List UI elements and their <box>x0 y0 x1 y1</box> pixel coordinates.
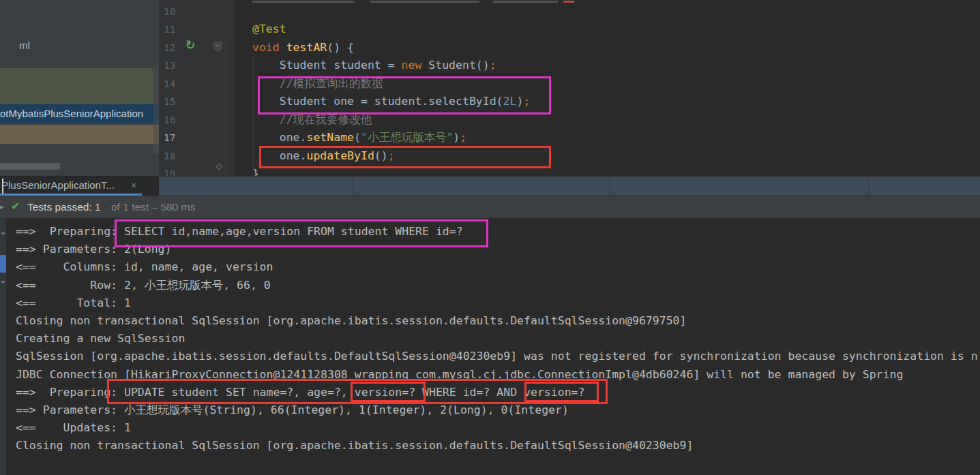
console-line: Closing non transactional SqlSession [or… <box>16 312 980 330</box>
code-editor[interactable]: 10111213141516171819 ↻ − @Testvoid testA… <box>159 0 980 176</box>
line-number: 14 <box>159 75 235 93</box>
code-line: void testAR() { <box>235 39 980 57</box>
code-token: ( <box>354 131 361 144</box>
line-number: 10 <box>159 3 235 20</box>
band-separator <box>868 177 869 196</box>
code-token: ) <box>516 95 523 108</box>
tree-horizontal-scrollbar[interactable] <box>0 163 60 170</box>
clipped-code-fragment <box>252 1 355 3</box>
code-token: Student() <box>421 59 489 72</box>
code-token: testAR <box>286 41 327 54</box>
code-token: @Test <box>252 22 286 35</box>
line-number: 17 <box>159 129 235 147</box>
code-line: one.updateById(); <box>235 147 980 165</box>
run-test-gutter-icon[interactable]: ↻ <box>182 37 198 53</box>
code-token: () <box>374 149 388 162</box>
tests-passed-detail: of 1 test – 580 ms <box>111 201 195 213</box>
line-number: 16 <box>159 111 235 129</box>
console-line: ==> Preparing: SELECT id,name,age,versio… <box>16 223 980 241</box>
console-line: Creating a new SqlSession <box>16 330 980 348</box>
clipped-code-fragment <box>493 1 558 3</box>
gutter-fold-line <box>225 38 226 176</box>
code-token: ; <box>490 59 496 72</box>
test-status-bar: ▸ ✔ Tests passed: 1 of 1 test – 580 ms <box>0 196 980 218</box>
code-token: ; <box>460 131 466 144</box>
editor-code-area[interactable]: @Testvoid testAR() { Student student = n… <box>235 0 980 176</box>
code-token: one. <box>252 131 306 144</box>
console-line: <== Total: 1 <box>16 294 980 312</box>
tree-item-partial[interactable]: ml <box>19 40 30 51</box>
code-line: //模拟查询出的数据 <box>235 75 980 93</box>
code-token: void <box>252 41 286 54</box>
line-number: 15 <box>159 93 235 110</box>
code-token: new <box>402 59 422 72</box>
code-line: //现在我要修改他 <box>235 111 980 129</box>
code-token: "小王想玩版本号" <box>361 131 453 144</box>
console-line: ==> Parameters: 2(Long) <box>16 241 980 258</box>
code-token: updateById <box>306 149 374 162</box>
editor-gutter: 10111213141516171819 <box>159 0 235 176</box>
chevron-icon[interactable]: ▸ <box>0 202 4 211</box>
console-line: JDBC Connection [HikariProxyConnection@1… <box>16 366 980 384</box>
code-token: one. <box>252 149 306 162</box>
run-tab[interactable]: PlusSeniorApplicationT... × <box>0 177 159 196</box>
indent-guide-line <box>253 57 254 170</box>
code-line <box>235 3 980 20</box>
tests-passed-label: Tests passed: 1 <box>27 201 101 213</box>
tree-vertical-scrollbar[interactable] <box>153 65 159 154</box>
run-toolwindow-tab-bar: PlusSeniorApplicationT... × <box>0 176 980 196</box>
test-passed-check-icon: ✔ <box>11 200 20 213</box>
code-token: ; <box>388 149 395 162</box>
console-line: ==> Preparing: UPDATE student SET name=?… <box>16 384 980 401</box>
console-line: <== Columns: id, name, age, version <box>16 258 980 276</box>
clipped-code-fragment-red <box>563 1 574 3</box>
line-number: 19 <box>159 165 235 176</box>
run-console[interactable]: ==> Preparing: SELECT id,name,age,versio… <box>0 218 980 475</box>
project-tree-panel: ml otMybatisPlusSeniorApplication <box>0 0 159 176</box>
code-token: setName <box>306 131 354 144</box>
run-tab-label[interactable]: PlusSeniorApplicationT... <box>1 177 115 194</box>
code-line: Student one = student.selectById(2L); <box>235 93 980 110</box>
console-line: Closing non transactional SqlSession [or… <box>16 437 980 455</box>
code-line: } <box>235 165 980 176</box>
line-number: 13 <box>159 57 235 74</box>
console-log-lines: ==> Preparing: SELECT id,name,age,versio… <box>0 218 980 455</box>
code-line: Student student = new Student(); <box>235 57 980 74</box>
code-token: Student student = <box>252 59 402 72</box>
code-token: //现在我要修改他 <box>252 113 372 126</box>
console-line: <== Row: 2, 小王想玩版本号, 66, 0 <box>16 277 980 294</box>
band-separator <box>353 177 353 196</box>
code-line: one.setName("小王想玩版本号"); <box>235 129 980 147</box>
console-line: ==> Parameters: 小王想玩版本号(String), 66(Inte… <box>16 401 980 419</box>
clipped-code-fragment <box>370 1 479 3</box>
ide-window: ml otMybatisPlusSeniorApplication 101112… <box>0 0 980 475</box>
band-separator <box>609 177 610 196</box>
line-number: 11 <box>159 20 235 38</box>
console-line: <== Updates: 1 <box>16 419 980 437</box>
tree-row-highlight-olive[interactable] <box>0 68 153 104</box>
close-icon[interactable]: × <box>128 177 139 194</box>
code-token: () { <box>327 41 354 54</box>
code-token: ) <box>453 131 460 144</box>
line-number: 18 <box>159 147 235 165</box>
code-line: @Test <box>235 20 980 38</box>
tree-row-highlight-tan[interactable] <box>0 125 159 144</box>
code-token: 2L <box>503 95 517 108</box>
code-token: //模拟查询出的数据 <box>252 77 383 90</box>
tree-item-selected[interactable]: otMybatisPlusSeniorApplication <box>0 104 159 123</box>
code-token: Student one = student.selectById( <box>252 95 503 108</box>
code-token: ; <box>523 95 530 108</box>
console-line: SqlSession [org.apache.ibatis.session.de… <box>16 348 980 365</box>
